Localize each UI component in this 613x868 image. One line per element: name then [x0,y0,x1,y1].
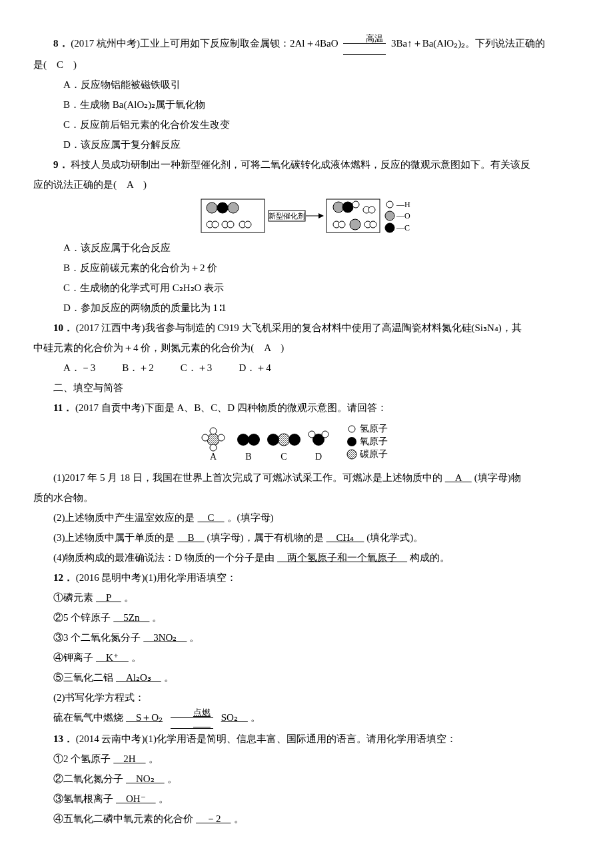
svg-point-47 [348,426,355,432]
svg-point-40 [278,434,290,446]
q10-stem: 10． (2017 江西中考)我省参与制造的 C919 大飞机采用的复合材料中使… [33,318,580,338]
q13-stem: 13． (2014 云南中考)(1)化学用语是简明、信息丰富、国际通用的语言。请… [33,729,580,749]
q8-stem-line2: 是( C ) [33,55,580,75]
section-2-heading: 二、填空与简答 [33,378,580,398]
q8-stem: 8． (2017 杭州中考)工业上可用如下反应制取金属钡：2Al＋4BaO 高温… [33,33,580,55]
q12-num: 12． [53,572,73,583]
q11-ans2: C [195,512,227,523]
svg-point-5 [212,221,219,228]
svg-point-18 [368,207,375,213]
q9-diagram: 新型催化剂 —H —O —C [33,198,580,234]
svg-text:氢原子: 氢原子 [360,424,388,434]
svg-point-34 [210,444,217,451]
q11-p4: (4)物质构成的最准确说法：D 物质的一个分子是由 两个氢原子和一个氧原子 构成… [33,548,580,568]
q12-l5: ⑤三氧化二铝 Al₂O₃ 。 [33,667,580,687]
svg-point-1 [207,203,217,213]
q8-opt-b: B．生成物 Ba(AlO₂)₂属于氧化物 [33,95,580,115]
svg-point-20 [338,221,345,228]
q11-num: 11． [53,402,73,413]
svg-point-24 [386,201,393,208]
q10-num: 10． [53,322,73,333]
q11-p1c: 质的水合物。 [33,488,580,508]
q12-l4: ④钾离子 K⁺ 。 [33,648,580,667]
svg-text:碳原子: 碳原子 [359,449,388,459]
svg-point-26 [385,211,394,220]
svg-point-31 [210,428,217,434]
q10-opt-d: D．＋4 [239,358,271,378]
q12-eq: 硫在氧气中燃烧 S＋O₂ 点燃 SO₂ 。 [33,707,580,729]
svg-point-30 [207,434,219,446]
q9-num: 9． [53,159,69,170]
q11-p2: (2)上述物质中产生温室效应的是 C 。(填字母) [33,508,580,528]
q12-stem: 12． (2016 昆明中考)(1)用化学用语填空： [33,568,580,588]
q12-l3: ③3 个二氧化氮分子 3NO₂ 。 [33,628,580,648]
svg-text:—C: —C [396,223,410,232]
q9-stem: 9． 科技人员成功研制出一种新型催化剂，可将二氧化碳转化成液体燃料，反应的微观示… [33,155,580,175]
q11-ans4: 两个氢原子和一个氧原子 [275,552,410,563]
q12-l1: ①磷元素 P 。 [33,588,580,608]
svg-point-44 [308,431,315,438]
svg-point-45 [322,431,328,438]
svg-point-41 [289,434,301,446]
svg-point-7 [227,221,234,228]
svg-point-33 [218,434,225,441]
q10-opt-b: B．＋2 [122,358,154,378]
q8-opt-d: D．该反应属于复分解反应 [33,135,580,155]
q10-stem-line2: 中硅元素的化合价为＋4 价，则氮元素的化合价为( A ) [33,338,580,358]
q9-opt-c: C．生成物的化学式可用 C₂H₂O 表示 [33,278,580,298]
q13-num: 13． [53,733,73,744]
svg-text:B: B [245,452,251,462]
svg-point-49 [347,437,356,446]
svg-point-3 [228,203,239,213]
q13-l1: ①2 个氢原子 2H 。 [33,749,580,769]
q12-l2: ②5 个锌原子 5Zn 。 [33,608,580,628]
svg-point-23 [370,221,376,228]
svg-point-16 [352,201,359,208]
q8-opt-c: C．反应前后铝元素的化合价发生改变 [33,115,580,135]
catalyst-label: 新型催化剂 [269,212,305,220]
svg-point-51 [347,450,356,459]
reaction-arrow: 高温 [340,34,388,55]
q11-stem: 11． (2017 自贡中考)下面是 A、B、C、D 四种物质的微观示意图。请回… [33,398,580,418]
svg-text:A: A [210,452,217,462]
q11-ans3b: CH₄ [324,532,367,543]
reaction-arrow: 点燃 [168,708,216,729]
q13-l4: ④五氧化二磷中氧元素的化合价 －2 。 [33,809,580,829]
q9-opt-b: B．反应前碳元素的化合价为＋2 价 [33,258,580,278]
svg-text:C: C [281,452,287,462]
svg-point-39 [267,434,279,446]
svg-text:氧原子: 氧原子 [360,436,388,446]
q10-opt-c: C．＋3 [181,358,213,378]
svg-marker-12 [318,213,324,218]
q10-options: A．－3 B．＋2 C．＋3 D．＋4 [33,358,580,378]
q11-p3: (3)上述物质中属于单质的是 B (填字母)，属于有机物的是 CH₄ (填化学式… [33,528,580,548]
svg-point-9 [245,221,251,228]
q9-opt-d: D．参加反应的两物质的质量比为 1∶1 [33,298,580,318]
q8-opt-a: A．反应物铝能被磁铁吸引 [33,75,580,95]
svg-point-37 [248,434,260,446]
q13-l2: ②二氧化氮分子 NO₂ 。 [33,769,580,789]
q9-stem-line2: 应的说法正确的是( A ) [33,175,580,195]
q11-ans1: A [442,472,474,483]
svg-point-28 [385,223,394,232]
svg-point-32 [202,434,209,441]
svg-text:D: D [315,452,322,462]
svg-text:—H: —H [396,200,410,209]
q11-ans3a: B [175,532,207,543]
q13-l3: ③氢氧根离子 OH⁻ 。 [33,789,580,809]
svg-point-36 [237,434,249,446]
svg-point-15 [342,202,353,213]
svg-point-2 [217,203,228,213]
svg-text:—O: —O [396,211,410,220]
q9-opt-a: A．该反应属于化合反应 [33,238,580,258]
q11-p1: (1)2017 年 5 月 18 日，我国在世界上首次完成了可燃冰试采工作。可燃… [33,468,580,488]
svg-point-21 [350,219,360,230]
q11-diagram: A B C D 氢原子 氧原子 碳原子 [33,421,580,464]
q8-num: 8． [53,38,69,49]
q10-opt-a: A．－3 [63,358,95,378]
q12-p2: (2)书写化学方程式： [33,687,580,707]
